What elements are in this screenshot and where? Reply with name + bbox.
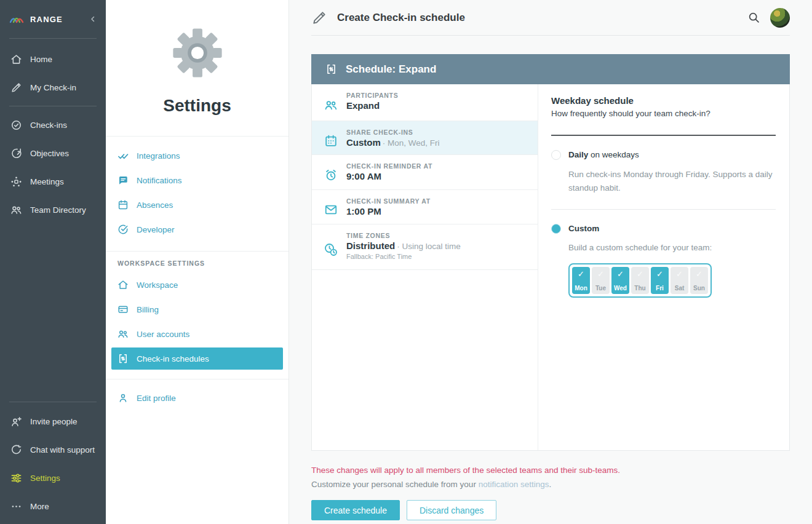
sidebar-item-my-check-in[interactable]: My Check-in: [0, 73, 106, 101]
note-period: .: [549, 480, 551, 489]
discard-changes-button[interactable]: Discard changes: [407, 500, 496, 520]
row-check-in-summary[interactable]: CHECK-IN SUMMARY AT 1:00 PM: [312, 190, 538, 224]
settings-item-label: Workspace: [137, 280, 178, 290]
row-share-check-ins[interactable]: SHARE CHECK-INS Custom· Mon, Wed, Fri: [312, 121, 538, 155]
check-circle-icon: [10, 119, 22, 131]
row-value: Expand: [346, 100, 380, 111]
check-icon: ✓: [617, 270, 624, 278]
settings-item-integrations[interactable]: Integrations: [106, 143, 289, 168]
day-toggle-sat[interactable]: ✓Sat: [671, 267, 688, 294]
settings-item-billing[interactable]: Billing: [106, 297, 289, 322]
sidebar-item-home[interactable]: Home: [0, 45, 106, 73]
section-subtitle: How frequently should your team check-in…: [551, 109, 776, 118]
double-check-icon: [117, 150, 129, 161]
option-description: Run check-ins Monday through Friday. Sup…: [568, 168, 776, 194]
settings-item-label: Integrations: [137, 151, 180, 161]
settings-item-label: Developer: [137, 225, 175, 234]
settings-item-label: Absences: [137, 200, 173, 210]
settings-item-absences[interactable]: Absences: [106, 193, 289, 217]
option-custom[interactable]: Custom: [551, 224, 776, 234]
option-label: Daily: [568, 150, 588, 159]
sidebar-item-invite-people[interactable]: Invite people: [0, 407, 106, 435]
settings-item-label: Edit profile: [137, 394, 176, 403]
settings-item-check-in-schedules[interactable]: Check-in schedules: [111, 347, 283, 370]
day-toggle-thu[interactable]: ✓Thu: [631, 267, 649, 294]
sidebar-item-more[interactable]: More: [0, 492, 106, 520]
settings-item-workspace[interactable]: Workspace: [106, 272, 289, 297]
row-label: SHARE CHECK-INS: [346, 127, 440, 136]
sidebar-item-objectives[interactable]: Objectives: [0, 139, 106, 167]
ellipsis-icon: [10, 500, 22, 512]
target-arrow-icon: [10, 147, 22, 159]
sync-brackets-icon: [117, 353, 129, 364]
sidebar-item-team-directory[interactable]: Team Directory: [0, 196, 106, 224]
schedule-summary-column: PARTICIPANTS Expand SHARE CHECK-INS Cust…: [312, 84, 538, 450]
day-label: Sun: [693, 285, 705, 292]
day-toggle-mon[interactable]: ✓Mon: [572, 267, 590, 294]
user-avatar[interactable]: [770, 8, 790, 28]
sync-brackets-icon: [325, 63, 337, 75]
settings-panel: Settings Integrations Notifications Abse…: [106, 0, 289, 524]
time-zones-icon: [323, 230, 339, 269]
envelope-icon: [323, 196, 339, 224]
sidebar-item-meetings[interactable]: Meetings: [0, 167, 106, 196]
day-toggle-sun[interactable]: ✓Sun: [690, 267, 708, 294]
home-icon: [10, 53, 22, 65]
day-toggle-wed[interactable]: ✓Wed: [611, 267, 629, 294]
collapse-sidebar-icon[interactable]: [89, 15, 97, 23]
settings-item-label: User accounts: [137, 330, 189, 339]
day-label: Wed: [614, 285, 627, 292]
sidebar-item-label: Invite people: [30, 417, 78, 426]
settings-item-edit-profile[interactable]: Edit profile: [106, 386, 289, 410]
calendar-grid-icon: [323, 127, 339, 154]
radio-custom[interactable]: [551, 224, 561, 234]
people-icon: [10, 204, 22, 216]
day-label: Fri: [656, 285, 664, 292]
settings-item-notifications[interactable]: Notifications: [106, 168, 289, 193]
row-time-zones[interactable]: TIME ZONES Distributed· Using local time…: [312, 224, 538, 270]
pencil-icon: [10, 81, 22, 93]
schedule-card-header: Schedule: Expand: [311, 54, 790, 84]
weekday-schedule-editor: Weekday schedule How frequently should y…: [538, 84, 789, 450]
home-icon: [117, 279, 129, 290]
day-label: Tue: [595, 285, 606, 292]
sidebar-item-settings[interactable]: Settings: [0, 464, 106, 492]
settings-item-developer[interactable]: Developer: [106, 217, 289, 242]
sidebar-item-label: Meetings: [30, 177, 64, 186]
sidebar-item-check-ins[interactable]: Check-ins: [0, 111, 106, 139]
workspace-settings-label: WORKSPACE SETTINGS: [106, 252, 289, 269]
person-icon: [117, 392, 129, 403]
row-participants[interactable]: PARTICIPANTS Expand: [312, 84, 538, 121]
sidebar-item-label: Settings: [30, 474, 60, 483]
main-content: Create Check-in schedule Schedule: Expan…: [289, 0, 812, 524]
day-label: Sat: [675, 285, 685, 292]
row-check-in-reminder[interactable]: CHECK-IN REMINDER AT 9:00 AM: [312, 155, 538, 190]
settings-title: Settings: [106, 96, 289, 116]
radio-daily[interactable]: [551, 150, 561, 160]
row-label: TIME ZONES: [346, 230, 461, 239]
people-icon: [323, 90, 339, 121]
sidebar-item-chat-with-support[interactable]: Chat with support: [0, 435, 106, 464]
settings-item-user-accounts[interactable]: User accounts: [106, 322, 289, 346]
day-label: Mon: [575, 285, 587, 292]
search-icon[interactable]: [747, 11, 760, 24]
sidebar-item-label: Objectives: [30, 149, 69, 158]
create-schedule-button[interactable]: Create schedule: [311, 500, 400, 520]
day-toggle-fri[interactable]: ✓Fri: [651, 267, 669, 294]
check-icon: ✓: [696, 270, 703, 278]
option-description: Build a custom schedule for your team:: [568, 241, 776, 255]
pencil-icon: [311, 10, 327, 26]
sidebar-item-label: Check-ins: [30, 121, 67, 130]
day-toggle-tue[interactable]: ✓Tue: [592, 267, 610, 294]
notification-settings-link[interactable]: notification settings: [479, 480, 549, 489]
calendar-icon: [117, 199, 129, 210]
check-icon: ✓: [676, 270, 683, 278]
option-daily[interactable]: Daily on weekdays: [551, 150, 776, 160]
settings-item-label: Notifications: [137, 176, 182, 185]
row-label: CHECK-IN REMINDER AT: [346, 161, 432, 170]
sidebar-item-label: Chat with support: [30, 445, 95, 455]
option-label: Custom: [568, 224, 599, 233]
sidebar-item-label: More: [30, 502, 49, 511]
row-value-detail: · Mon, Wed, Fri: [383, 138, 440, 148]
row-value: 9:00 AM: [346, 171, 381, 181]
